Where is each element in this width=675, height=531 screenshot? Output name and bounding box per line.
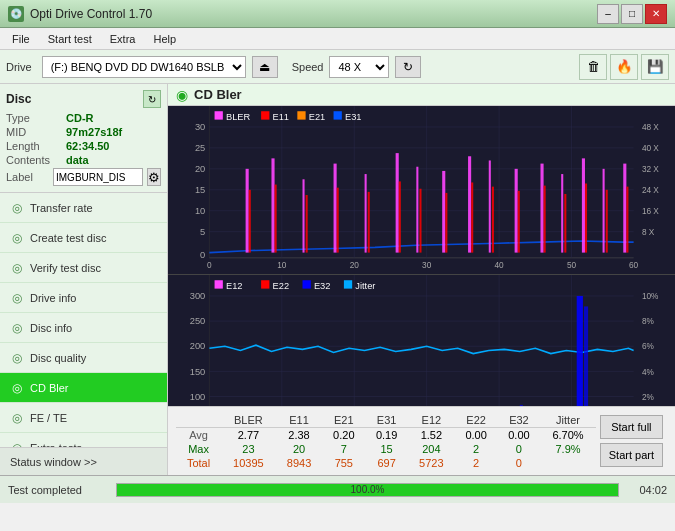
max-e11: 20 <box>276 442 323 456</box>
svg-rect-56 <box>419 189 421 253</box>
svg-text:20: 20 <box>350 260 360 270</box>
length-label: Length <box>6 140 66 152</box>
svg-rect-43 <box>489 160 491 252</box>
verify-test-disc-icon: ◎ <box>10 261 24 275</box>
cd-bler-header-icon: ◉ <box>176 87 188 103</box>
start-full-button[interactable]: Start full <box>600 415 663 439</box>
table-row: Avg 2.77 2.38 0.20 0.19 1.52 0.00 0.00 6… <box>176 427 596 442</box>
avg-e21: 0.20 <box>322 427 365 442</box>
progress-bar: 100.0% <box>116 483 619 497</box>
svg-rect-105 <box>577 295 583 406</box>
status-window-button[interactable]: Status window >> <box>0 447 167 475</box>
total-e11: 8943 <box>276 456 323 470</box>
svg-text:BLER: BLER <box>226 112 251 122</box>
eject-button[interactable]: ⏏ <box>252 56 278 78</box>
drive-info-icon: ◎ <box>10 291 24 305</box>
time-text: 04:02 <box>627 484 667 496</box>
progress-text: 100.0% <box>351 484 385 495</box>
disc-panel: Disc ↻ Type CD-R MID 97m27s18f Length 62… <box>0 84 167 193</box>
avg-bler: 2.77 <box>221 427 276 442</box>
svg-text:150: 150 <box>190 366 206 376</box>
svg-rect-111 <box>520 404 523 406</box>
stats-header-empty <box>176 413 221 428</box>
svg-rect-64 <box>606 190 608 253</box>
max-jitter: 7.9% <box>540 442 595 456</box>
stats-header-jitter: Jitter <box>540 413 595 428</box>
stats-header-e11: E11 <box>276 413 323 428</box>
sidebar-item-extra-tests[interactable]: ◎ Extra tests <box>0 433 167 447</box>
refresh-button[interactable]: ↻ <box>395 56 421 78</box>
svg-rect-55 <box>399 181 401 252</box>
sidebar-item-verify-test-disc[interactable]: ◎ Verify test disc <box>0 253 167 283</box>
menubar: File Start test Extra Help <box>0 28 675 50</box>
sidebar-item-transfer-rate[interactable]: ◎ Transfer rate <box>0 193 167 223</box>
svg-text:32 X: 32 X <box>642 164 659 174</box>
chart-top: 30 25 20 15 10 5 0 48 X 40 X 32 X 24 X 1… <box>168 106 675 275</box>
stats-table: BLER E11 E21 E31 E12 E22 E32 Jitter <box>176 413 596 470</box>
stats-header-bler: BLER <box>221 413 276 428</box>
chart-header: ◉ CD Bler <box>168 84 675 106</box>
sidebar-item-create-test-disc[interactable]: ◎ Create test disc <box>0 223 167 253</box>
eraser-button[interactable]: 🗑 <box>579 54 607 80</box>
speed-select[interactable]: 48 X <box>329 56 389 78</box>
stats-header-e12: E12 <box>408 413 455 428</box>
minimize-button[interactable]: – <box>597 4 619 24</box>
sidebar-item-disc-quality[interactable]: ◎ Disc quality <box>0 343 167 373</box>
table-row: Total 10395 8943 755 697 5723 2 0 <box>176 456 596 470</box>
avg-e32: 0.00 <box>498 427 541 442</box>
save-button[interactable]: 💾 <box>641 54 669 80</box>
sidebar-item-drive-info[interactable]: ◎ Drive info <box>0 283 167 313</box>
start-part-button[interactable]: Start part <box>600 443 663 467</box>
disc-info-label: Disc info <box>30 322 72 334</box>
svg-text:E12: E12 <box>226 280 243 290</box>
content-area: ◉ CD Bler <box>168 84 675 475</box>
main-layout: Disc ↻ Type CD-R MID 97m27s18f Length 62… <box>0 84 675 475</box>
svg-rect-36 <box>303 179 305 252</box>
svg-rect-66 <box>215 111 223 119</box>
menu-file[interactable]: File <box>4 31 38 47</box>
sidebar-item-fe-te[interactable]: ◎ FE / TE <box>0 403 167 433</box>
total-e31: 697 <box>365 456 408 470</box>
close-button[interactable]: ✕ <box>645 4 667 24</box>
app-title: Opti Drive Control 1.70 <box>30 7 152 21</box>
disc-quality-label: Disc quality <box>30 352 86 364</box>
total-e22: 2 <box>455 456 498 470</box>
svg-text:E22: E22 <box>273 280 290 290</box>
max-e21: 7 <box>322 442 365 456</box>
avg-jitter: 6.70% <box>540 427 595 442</box>
status-window-label: Status window >> <box>10 456 97 468</box>
label-settings-button[interactable]: ⚙ <box>147 168 161 186</box>
disc-quality-icon: ◎ <box>10 351 24 365</box>
disc-refresh-button[interactable]: ↻ <box>143 90 161 108</box>
menu-help[interactable]: Help <box>145 31 184 47</box>
sidebar-item-disc-info[interactable]: ◎ Disc info <box>0 313 167 343</box>
speed-label: Speed <box>292 61 324 73</box>
mid-value: 97m27s18f <box>66 126 122 138</box>
svg-text:5: 5 <box>200 227 205 237</box>
burn-button[interactable]: 🔥 <box>610 54 638 80</box>
menu-start-test[interactable]: Start test <box>40 31 100 47</box>
svg-rect-108 <box>308 405 311 406</box>
drive-select[interactable]: (F:) BENQ DVD DD DW1640 BSLB <box>42 56 246 78</box>
svg-rect-49 <box>623 164 626 253</box>
avg-label: Avg <box>176 427 221 442</box>
sidebar-item-cd-bler[interactable]: ◎ CD Bler <box>0 373 167 403</box>
svg-text:E31: E31 <box>345 112 362 122</box>
svg-rect-41 <box>442 171 445 253</box>
menu-extra[interactable]: Extra <box>102 31 144 47</box>
stats-header-e31: E31 <box>365 413 408 428</box>
create-test-disc-icon: ◎ <box>10 231 24 245</box>
cd-bler-label: CD Bler <box>30 382 69 394</box>
label-input[interactable] <box>53 168 143 186</box>
bottom-chart-svg: 300 250 200 150 100 50 10% 8% 6% 4% 2% 0… <box>168 275 675 406</box>
avg-e12: 1.52 <box>408 427 455 442</box>
svg-text:E21: E21 <box>309 112 326 122</box>
svg-rect-40 <box>416 167 418 253</box>
mid-label: MID <box>6 126 66 138</box>
svg-rect-48 <box>603 169 605 253</box>
type-label: Type <box>6 112 66 124</box>
avg-e31: 0.19 <box>365 427 408 442</box>
maximize-button[interactable]: □ <box>621 4 643 24</box>
svg-rect-47 <box>582 158 585 252</box>
total-e32: 0 <box>498 456 541 470</box>
